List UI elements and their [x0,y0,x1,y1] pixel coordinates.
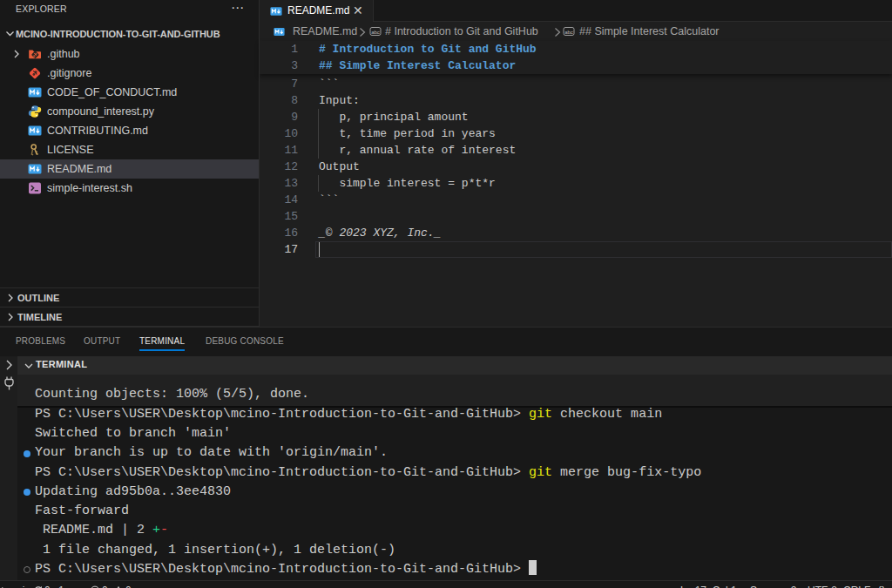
svg-text:abc: abc [371,30,380,35]
svg-text:abc: abc [564,30,573,35]
